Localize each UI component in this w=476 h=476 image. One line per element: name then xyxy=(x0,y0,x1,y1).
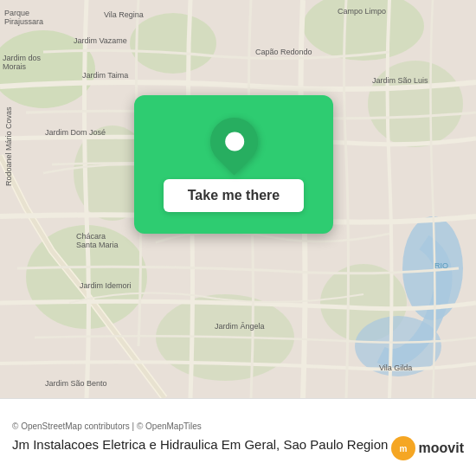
svg-point-4 xyxy=(368,61,463,147)
location-pin-icon xyxy=(200,107,267,175)
svg-text:m: m xyxy=(399,444,407,453)
map-label-rio: RIO xyxy=(434,261,448,270)
location-pin-inner xyxy=(224,132,243,151)
map-label-vila-regina: Vila Regina xyxy=(104,10,144,19)
map-label-jardim-dom-jose: Jardim Dom José xyxy=(45,128,106,137)
moovit-logo: m moovit xyxy=(391,436,464,460)
map-attribution: © OpenStreetMap contributors | © OpenMap… xyxy=(12,421,464,431)
map-label-capao-redondo: Capão Redondo xyxy=(255,48,312,56)
svg-point-8 xyxy=(156,294,294,381)
svg-point-9 xyxy=(320,264,407,342)
map-label-chacara-santa-maria: ChácaraSanta Maria xyxy=(76,232,119,249)
svg-point-10 xyxy=(402,216,463,320)
take-me-there-button[interactable]: Take me there xyxy=(164,179,304,212)
map-label-jardim-vazame: Jardim Vazame xyxy=(74,36,127,45)
map-label-pirajussara: ParquePirajussara xyxy=(4,9,43,26)
bottom-bar: © OpenStreetMap contributors | © OpenMap… xyxy=(0,398,476,476)
map-card: Take me there xyxy=(134,95,333,234)
moovit-text: moovit xyxy=(419,441,464,456)
map-label-jardim-taima: Jardim Taima xyxy=(82,71,128,80)
map-label-vila-gilda: Vila Gilda xyxy=(379,363,412,372)
map-container: ParquePirajussara Vila Regina Campo Limp… xyxy=(0,0,476,398)
map-label-jardim-angela: Jardim Ângela xyxy=(215,322,265,331)
map-label-campo-limpo: Campo Limpo xyxy=(338,7,386,16)
map-label-jardim-idemori: Jardim Idemori xyxy=(80,281,132,290)
map-label-rodoanel: Rodoanel Mário Covas xyxy=(4,48,13,186)
map-label-jardim-sao-bento: Jardim São Bento xyxy=(45,379,107,388)
svg-point-2 xyxy=(130,13,216,74)
map-label-jardim-sao-luis: Jardim São Luis xyxy=(372,76,428,85)
moovit-icon: m xyxy=(391,436,415,460)
